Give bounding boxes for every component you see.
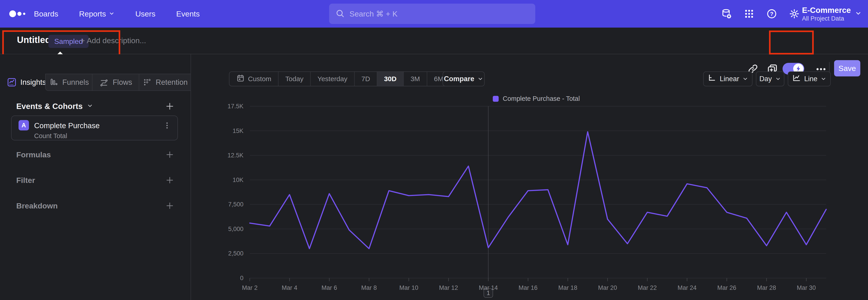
linear-scale-icon: [708, 73, 717, 84]
line-chart[interactable]: 02,5005,0007,50010K12.5K15K17.5K1Mar 2Ma…: [191, 90, 868, 300]
y-axis-label: 17.5K: [227, 103, 243, 110]
formulas-section: Formulas: [16, 150, 175, 160]
range-3m[interactable]: 3M: [404, 72, 427, 86]
search-placeholder: Search ⌘ + K: [349, 9, 398, 18]
chevron-down-icon: [742, 76, 748, 82]
event-letter-badge: A: [19, 120, 29, 130]
nav-item-events[interactable]: Events: [176, 9, 200, 18]
report-type-tabs: Insights Funnels Flows: [0, 74, 191, 91]
granularity-dropdown[interactable]: Day: [756, 71, 784, 86]
nav-item-label: Users: [135, 9, 156, 18]
compare-button[interactable]: Compare: [442, 71, 485, 86]
chevron-down-icon: [820, 76, 827, 82]
breakdown-header: Breakdown: [16, 202, 58, 210]
x-axis-label: Mar 12: [439, 284, 458, 291]
nav-item-label: Events: [176, 9, 200, 18]
y-axis-label: 5,000: [228, 226, 243, 232]
add-formula-button[interactable]: [165, 150, 175, 160]
workspace-scope: All Project Data: [802, 15, 851, 22]
add-description-field[interactable]: + Add description...: [81, 36, 146, 45]
x-axis-label: Mar 16: [519, 284, 537, 291]
y-axis-label: 15K: [232, 127, 243, 134]
event-name: Complete Purchase: [34, 121, 100, 130]
event-metric[interactable]: Count Total: [34, 132, 67, 140]
mixpanel-logo[interactable]: [8, 8, 28, 20]
flows-icon: [99, 77, 109, 87]
calendar-icon: [236, 74, 245, 84]
y-axis-label: 0: [240, 275, 243, 281]
series-line[interactable]: [250, 132, 826, 249]
x-axis-label: Mar 4: [282, 284, 297, 291]
tab-label: Funnels: [62, 78, 89, 87]
x-axis-label: Mar 2: [242, 284, 257, 291]
retention-icon: [142, 77, 152, 87]
breakdown-section: Breakdown: [16, 201, 175, 211]
query-sidebar: Insights Funnels Flows: [0, 54, 191, 300]
search-input[interactable]: Search ⌘ + K: [329, 4, 535, 24]
y-axis-label: 7,500: [228, 201, 243, 208]
range-today[interactable]: Today: [278, 72, 311, 86]
settings-gear-icon[interactable]: [788, 8, 800, 20]
nav-item-users[interactable]: Users: [135, 9, 156, 18]
add-event-button[interactable]: [165, 101, 175, 111]
chevron-down-icon: [477, 76, 483, 82]
top-nav: Boards Reports Users Events Search ⌘ + K: [0, 0, 868, 28]
y-axis-label: 2,500: [228, 250, 243, 257]
data-management-icon[interactable]: [721, 8, 733, 20]
line-chart-icon: [792, 73, 801, 84]
x-axis-label: Mar 26: [717, 284, 736, 291]
x-axis-label: Mar 6: [321, 284, 337, 291]
nav-menu: Boards Reports Users Events: [34, 0, 200, 28]
workspace-switcher[interactable]: E-Commerce All Project Data: [802, 0, 862, 28]
x-axis-label: Mar 10: [399, 284, 418, 291]
apps-grid-icon[interactable]: [743, 8, 755, 20]
mixpanel-insights-app: Boards Reports Users Events Search ⌘ + K: [0, 0, 868, 300]
y-axis-label: 10K: [232, 177, 243, 183]
workspace-name: E-Commerce: [802, 5, 851, 15]
y-axis-label: 12.5K: [227, 152, 243, 159]
chevron-down-icon: [775, 76, 781, 82]
nav-item-boards[interactable]: Boards: [34, 9, 58, 18]
tab-flows[interactable]: Flows: [92, 74, 139, 91]
range-7d[interactable]: 7D: [355, 72, 377, 86]
event-card[interactable]: A Complete Purchase Count Total: [11, 116, 178, 140]
chart-type-dropdown[interactable]: Line: [788, 71, 831, 86]
filter-header: Filter: [16, 176, 35, 185]
tab-insights[interactable]: Insights: [0, 74, 45, 91]
save-button[interactable]: Save: [834, 60, 860, 77]
filter-section: Filter: [16, 175, 175, 185]
add-breakdown-button[interactable]: [165, 201, 175, 211]
range-custom[interactable]: Custom: [229, 72, 278, 86]
granularity-label: Day: [759, 75, 772, 83]
help-icon[interactable]: ?: [766, 8, 778, 20]
chevron-down-icon: [87, 102, 93, 111]
search-icon: [336, 9, 344, 19]
compare-label: Compare: [444, 75, 474, 83]
events-cohorts-header[interactable]: Events & Cohorts: [16, 102, 93, 111]
tab-label: Insights: [20, 78, 46, 87]
x-axis-label: Mar 22: [638, 284, 657, 291]
x-axis-label: Mar 30: [797, 284, 816, 291]
funnels-icon: [49, 77, 59, 87]
event-kebab-icon[interactable]: [162, 120, 172, 130]
add-filter-button[interactable]: [165, 175, 175, 185]
x-axis-label: Mar 8: [361, 284, 377, 291]
range-label: Custom: [248, 75, 271, 83]
range-30d[interactable]: 30D: [377, 72, 404, 86]
tab-retention[interactable]: Retention: [139, 74, 191, 91]
formulas-header: Formulas: [16, 150, 51, 159]
nav-item-reports[interactable]: Reports: [79, 9, 115, 18]
report-title[interactable]: Untitled: [17, 35, 51, 45]
scale-dropdown[interactable]: Linear: [703, 71, 752, 86]
chart-type-label: Line: [804, 75, 817, 83]
svg-text:?: ?: [770, 11, 774, 17]
x-axis-label: Mar 28: [757, 284, 776, 291]
tab-funnels[interactable]: Funnels: [45, 74, 92, 91]
workspace-info: E-Commerce All Project Data: [802, 5, 851, 22]
tab-label: Retention: [156, 78, 188, 87]
section-label: Events & Cohorts: [16, 102, 83, 111]
tab-label: Flows: [113, 78, 132, 87]
range-yesterday[interactable]: Yesterday: [311, 72, 354, 86]
nav-item-label: Boards: [34, 9, 58, 18]
date-range-control: Custom Today Yesterday 7D 30D 3M 6M 12M: [229, 71, 478, 86]
